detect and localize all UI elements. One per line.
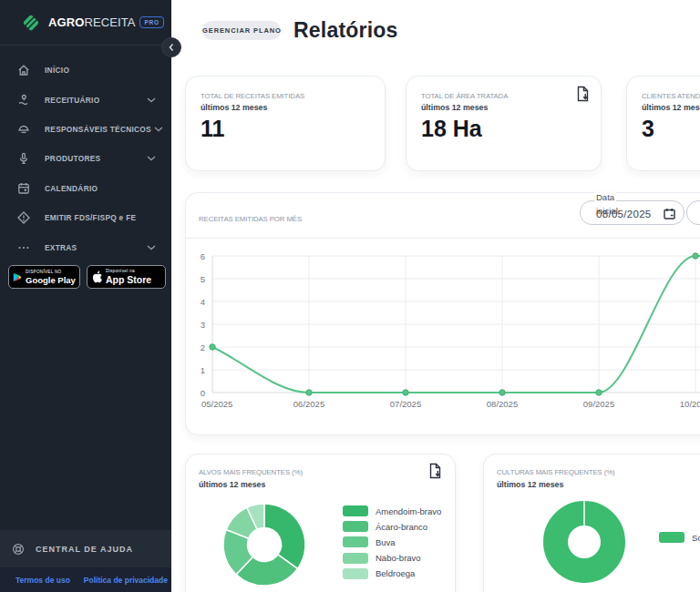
sidebar-item-produtores[interactable]: PRODUTORES (0, 144, 171, 173)
sidebar-item-label: RECEITUÁRIO (45, 96, 99, 105)
svg-text:6: 6 (201, 251, 205, 261)
lifebuoy-icon (11, 542, 26, 556)
home-icon (16, 63, 31, 77)
sidebar-collapse-toggle[interactable] (161, 37, 181, 57)
sidebar-item-extras[interactable]: EXTRAS (0, 232, 171, 261)
alvos-card-subtitle: últimos 12 meses (199, 480, 265, 489)
google-play-badge[interactable]: DISPONÍVEL NOGoogle Play (8, 265, 80, 289)
export-report-icon[interactable] (576, 86, 590, 106)
legend-label: Soja (692, 533, 700, 543)
sidebar-item-label: RESPONSÁVEIS TÉCNICOS (45, 125, 151, 134)
main-content: GERENCIAR PLANO Relatórios TOTAL DE RECE… (171, 0, 700, 592)
stat-card-subtitle: últimos 12 meses (421, 103, 601, 112)
brand-name-bold: AGRO (48, 15, 84, 29)
google-play-icon (13, 272, 22, 282)
calendar-icon (16, 181, 31, 196)
stat-card-1: TOTAL DE ÁREA TRATADAúltimos 12 meses18 … (406, 76, 602, 171)
chevron-down-icon (144, 156, 159, 161)
page-title: Relatórios (293, 18, 397, 43)
legend-swatch (343, 536, 368, 547)
date-end-input[interactable] (686, 200, 700, 225)
legend-item: Beldroega (343, 568, 415, 579)
stat-card-subtitle: últimos 12 meses (642, 103, 700, 112)
alvos-donut-chart (214, 495, 314, 592)
date-start-label-line1: Data (594, 192, 616, 202)
legend-item: Soja (659, 532, 700, 543)
legend-swatch (659, 532, 685, 543)
sidebar-item-calendario[interactable]: CALENDÁRIO (0, 174, 171, 203)
store-badges: DISPONÍVEL NOGoogle PlayDisponível naApp… (8, 265, 166, 289)
agroreceita-logo-icon (20, 12, 42, 34)
manage-plan-button[interactable]: GERENCIAR PLANO (202, 21, 281, 40)
sidebar: AGRORECEITA PRO INÍCIORECEITUÁRIORESPONS… (0, 0, 171, 592)
svg-text:4: 4 (201, 297, 205, 307)
sidebar-menu: INÍCIORECEITUÁRIORESPONSÁVEIS TÉCNICOSPR… (0, 56, 171, 262)
store-badge-bottom-text: App Store (106, 274, 151, 285)
stat-card-value: 18 Ha (421, 116, 601, 142)
apple-icon (91, 270, 102, 283)
app-store-badge[interactable]: Disponível naApp Store (87, 265, 166, 289)
brand-name-light: RECEITA (84, 15, 135, 29)
producers-icon (16, 151, 31, 166)
store-badge-bottom-text: Google Play (26, 275, 76, 285)
culturas-donut-chart (534, 492, 634, 592)
svg-text:06/2025: 06/2025 (293, 399, 324, 409)
svg-text:07/2025: 07/2025 (390, 399, 421, 409)
svg-text:10/2025: 10/2025 (680, 399, 700, 409)
sidebar-item-label: EMITIR FDS/FISPQ e FE (45, 213, 136, 222)
sidebar-item-inicio[interactable]: INÍCIO (0, 56, 171, 85)
chevron-left-icon (168, 43, 175, 52)
alvos-card-title: ALVOS MAIS FREQUENTES (%) (199, 468, 303, 476)
svg-text:2: 2 (201, 342, 205, 352)
store-badge-top-text: DISPONÍVEL NO (26, 270, 76, 274)
sidebar-item-label: INÍCIO (45, 66, 69, 75)
chevron-down-icon (144, 97, 159, 103)
sidebar-item-receituario[interactable]: RECEITUÁRIO (0, 85, 171, 114)
ellipsis-icon (16, 240, 31, 255)
culturas-card-title: CULTURAS MAIS FREQUENTES (%) (497, 468, 615, 476)
receitas-por-mes-card: RECEITAS EMITIDAS POR MÊS Data inicial 0… (185, 192, 700, 435)
svg-text:08/2025: 08/2025 (487, 399, 518, 409)
prescription-icon (16, 93, 31, 107)
svg-text:1: 1 (201, 365, 205, 375)
date-start-input[interactable]: Data inicial 08/05/2025 (580, 200, 685, 225)
stat-card-value: 11 (201, 116, 385, 142)
stat-card-title: TOTAL DE ÁREA TRATADA (421, 92, 601, 100)
chevron-down-icon (144, 245, 159, 250)
store-badge-text: Disponível naApp Store (106, 269, 151, 285)
calendar-icon[interactable] (664, 208, 675, 219)
svg-text:5: 5 (201, 274, 205, 284)
store-badge-text: DISPONÍVEL NOGoogle Play (26, 270, 76, 285)
stat-card-title: TOTAL DE RECEITAS EMITIDAS (201, 92, 385, 100)
sidebar-item-label: CALENDÁRIO (45, 184, 98, 193)
svg-text:09/2025: 09/2025 (583, 399, 614, 409)
store-badge-top-text: Disponível na (106, 269, 151, 273)
culturas-mais-frequentes-card: CULTURAS MAIS FREQUENTES (%) últimos 12 … (483, 454, 700, 592)
sidebar-item-responsaveis-tecnicos[interactable]: RESPONSÁVEIS TÉCNICOS (0, 115, 171, 144)
technician-icon (16, 122, 31, 137)
legend-label: Nabo-bravo (376, 553, 421, 563)
stat-card-value: 3 (642, 116, 700, 142)
help-center-button[interactable]: CENTRAL DE AJUDA (0, 530, 171, 567)
privacy-link[interactable]: Política de privacidade (84, 576, 168, 585)
divider (186, 238, 700, 239)
export-report-icon[interactable] (428, 463, 442, 483)
legend-label: Amendoim-bravo (376, 506, 441, 516)
legend-item: Ácaro-branco (343, 521, 427, 532)
sidebar-item-label: PRODUTORES (45, 154, 100, 163)
stat-card-subtitle: últimos 12 meses (201, 103, 385, 112)
terms-link[interactable]: Termos de uso (15, 576, 70, 585)
pro-badge: PRO (139, 16, 164, 28)
culturas-card-subtitle: últimos 12 meses (497, 480, 563, 489)
logo: AGRORECEITA PRO (0, 0, 171, 46)
legend-label: Buva (376, 537, 396, 547)
legend-label: Beldroega (376, 568, 415, 578)
sidebar-footer: Termos de uso Política de privacidade (0, 567, 171, 592)
help-center-label: CENTRAL DE AJUDA (36, 545, 133, 554)
legend-swatch (343, 568, 368, 579)
legend-item: Buva (343, 536, 396, 547)
sidebar-item-emitir-fds[interactable]: EMITIR FDS/FISPQ e FE (0, 203, 171, 232)
chevron-down-icon (151, 127, 166, 132)
line-chart: 012345605/202506/202507/202508/202509/20… (186, 244, 700, 426)
legend-swatch (343, 521, 368, 532)
